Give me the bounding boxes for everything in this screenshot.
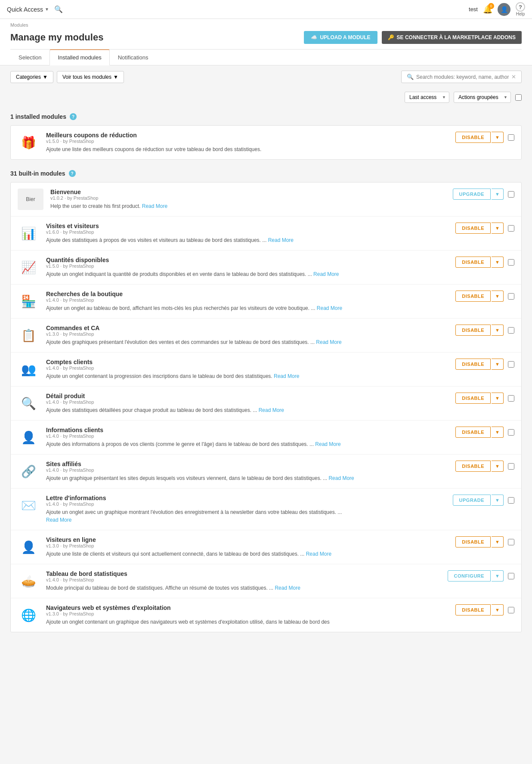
action-dropdown-button[interactable]: ▼ [492, 257, 504, 268]
module-checkbox[interactable] [508, 573, 514, 579]
action-dropdown-button[interactable]: ▼ [492, 189, 504, 200]
action-dropdown-button[interactable]: ▼ [492, 495, 504, 506]
module-checkbox[interactable] [508, 191, 514, 198]
disable-button[interactable]: DISABLE [455, 427, 491, 438]
disable-button[interactable]: DISABLE [455, 291, 491, 302]
module-checkbox[interactable] [508, 293, 514, 300]
module-name: Visites et visiteurs [46, 223, 448, 229]
actions-select[interactable]: Actions groupées [454, 92, 511, 103]
action-dropdown-button[interactable]: ▼ [492, 359, 504, 370]
action-dropdown-button[interactable]: ▼ [492, 536, 504, 547]
action-dropdown-button[interactable]: ▼ [492, 461, 504, 472]
action-dropdown-button[interactable]: ▼ [492, 570, 504, 582]
read-more-link[interactable]: Read More [46, 517, 71, 523]
module-name: Quantités disponibles [46, 257, 448, 263]
module-meta: v1.4.0 · by PrestaShop [46, 433, 448, 439]
read-more-link[interactable]: Read More [313, 271, 339, 277]
action-dropdown-button[interactable]: ▼ [492, 427, 504, 438]
module-meta: v1.4.0 · by PrestaShop [46, 467, 448, 473]
tab-notifications[interactable]: Notifications [110, 49, 157, 65]
quick-access-button[interactable]: Quick Access ▼ [7, 6, 49, 13]
help-label: Help [516, 12, 525, 16]
search-icon: 🔍 [407, 74, 414, 80]
disable-button[interactable]: DISABLE [455, 461, 491, 472]
module-desc: Ajoute des statistiques détaillées pour … [46, 406, 448, 414]
module-checkbox[interactable] [508, 361, 514, 368]
disable-button[interactable]: DISABLE [455, 604, 491, 616]
read-more-link[interactable]: Read More [306, 551, 331, 557]
module-actions: DISABLE ▼ [455, 536, 514, 547]
marketplace-button[interactable]: 🔑 SE CONNECTER À LA MARKETPLACE ADDONS [382, 31, 522, 44]
module-name: Lettre d'informations [46, 495, 446, 501]
avatar-button[interactable]: 👤 [498, 3, 510, 16]
action-dropdown-button[interactable]: ▼ [492, 223, 504, 234]
categories-dropdown[interactable]: Categories ▼ [10, 71, 53, 83]
upgrade-button[interactable]: UPGRADE [453, 189, 491, 200]
header-row: Manage my modules ☁️ UPLOAD A MODULE 🔑 S… [10, 28, 522, 49]
read-more-link[interactable]: Read More [142, 203, 167, 209]
disable-button[interactable]: DISABLE [455, 223, 491, 234]
action-dropdown-button[interactable]: ▼ [492, 132, 504, 143]
module-checkbox[interactable] [508, 134, 514, 141]
module-actions: DISABLE ▼ [455, 604, 514, 616]
configure-button[interactable]: CONFIGURE [448, 570, 491, 582]
tab-installed-modules[interactable]: Installed modules [49, 49, 109, 65]
action-dropdown-button[interactable]: ▼ [492, 604, 504, 616]
module-checkbox[interactable] [508, 463, 514, 470]
voir-modules-dropdown[interactable]: Voir tous les modules ▼ [57, 71, 124, 83]
search-icon-button[interactable]: 🔍 [53, 3, 65, 15]
categories-label: Categories [16, 74, 41, 80]
read-more-link[interactable]: Read More [317, 305, 342, 311]
action-dropdown-button[interactable]: ▼ [492, 291, 504, 302]
voir-label: Voir tous les modules [62, 74, 111, 80]
search-input[interactable] [416, 74, 509, 80]
module-name: Sites affiliés [46, 461, 448, 467]
module-icon: 📋 [18, 325, 39, 346]
disable-button[interactable]: DISABLE [455, 132, 491, 143]
read-more-link[interactable]: Read More [328, 475, 354, 481]
module-checkbox[interactable] [508, 607, 514, 613]
module-checkbox[interactable] [508, 429, 514, 436]
module-checkbox[interactable] [508, 539, 514, 545]
module-checkbox[interactable] [508, 225, 514, 232]
disable-button[interactable]: DISABLE [455, 393, 491, 404]
help-button[interactable]: ? Help [516, 2, 525, 16]
module-desc: Ajoute un onglet contenant la progressio… [46, 372, 448, 380]
module-meta: v1.3.0 · by PrestaShop [46, 331, 448, 337]
read-more-link[interactable]: Read More [316, 339, 341, 345]
module-checkbox[interactable] [508, 395, 514, 402]
tab-selection[interactable]: Selection [10, 49, 49, 65]
read-more-link[interactable]: Read More [275, 585, 300, 591]
module-actions: DISABLE ▼ [455, 461, 514, 472]
module-checkbox[interactable] [508, 259, 514, 266]
disable-button[interactable]: DISABLE [455, 536, 491, 547]
module-actions: UPGRADE ▼ [453, 495, 514, 506]
upgrade-button[interactable]: UPGRADE [453, 495, 491, 506]
disable-button[interactable]: DISABLE [455, 325, 491, 336]
header-actions: ☁️ UPLOAD A MODULE 🔑 SE CONNECTER À LA M… [304, 31, 522, 44]
read-more-link[interactable]: Read More [268, 237, 294, 243]
select-all-checkbox[interactable] [515, 94, 522, 101]
read-more-link[interactable]: Read More [259, 407, 284, 413]
module-icon: 🏪 [18, 291, 39, 312]
module-meta: v1.4.0 · by PrestaShop [46, 501, 446, 507]
disable-button[interactable]: DISABLE [455, 359, 491, 370]
main-content: 1 installed modules ? 🎁 Meilleurs coupon… [0, 106, 532, 650]
close-icon[interactable]: ✕ [511, 74, 516, 80]
module-meta: v1.3.0 · by PrestaShop [46, 611, 448, 616]
action-dropdown-button[interactable]: ▼ [492, 325, 504, 336]
sort-select[interactable]: Last access [405, 92, 449, 103]
upload-module-button[interactable]: ☁️ UPLOAD A MODULE [304, 31, 377, 44]
module-checkbox[interactable] [508, 497, 514, 504]
read-more-link[interactable]: Read More [315, 441, 340, 447]
disable-button[interactable]: DISABLE [455, 257, 491, 268]
module-item: 🏪 Recherches de la boutique v1.4.0 · by … [11, 285, 521, 319]
module-info: Commandes et CA v1.3.0 · by PrestaShop A… [46, 325, 448, 346]
module-checkbox[interactable] [508, 327, 514, 334]
module-item: 🔗 Sites affiliés v1.4.0 · by PrestaShop … [11, 455, 521, 489]
module-actions: DISABLE ▼ [455, 223, 514, 234]
search-bar[interactable]: 🔍 ✕ [401, 71, 522, 83]
action-dropdown-button[interactable]: ▼ [492, 393, 504, 404]
notifications-button[interactable]: 🔔 0 [483, 5, 492, 14]
read-more-link[interactable]: Read More [274, 373, 299, 379]
